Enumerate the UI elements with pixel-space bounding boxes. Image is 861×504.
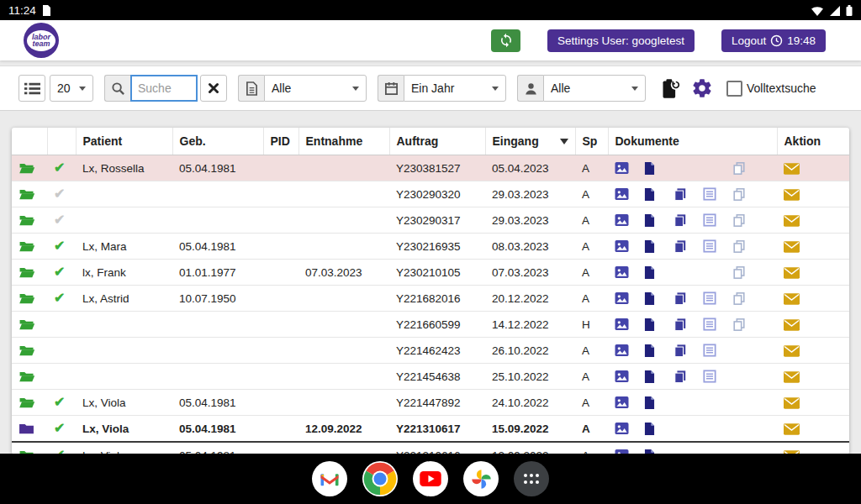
pages-icon[interactable] bbox=[673, 291, 703, 306]
copy-icon[interactable] bbox=[732, 265, 762, 280]
table-row[interactable]: ✔Lx, Mara05.04.1981Y23021693508.03.2023A bbox=[12, 234, 849, 260]
mail-icon[interactable] bbox=[784, 423, 800, 435]
sort-caret-icon[interactable] bbox=[560, 139, 568, 144]
table-row[interactable]: ✔Lx, Viola05.04.198112.09.2022Y221310617… bbox=[12, 416, 849, 443]
column-header-entnahme[interactable]: Entnahme bbox=[298, 128, 389, 155]
pages-icon[interactable] bbox=[673, 370, 703, 384]
youtube-icon[interactable] bbox=[413, 461, 448, 496]
mail-icon[interactable] bbox=[784, 293, 800, 305]
pages-icon[interactable] bbox=[673, 318, 703, 332]
copy-icon[interactable] bbox=[732, 318, 762, 332]
photo-icon[interactable] bbox=[615, 370, 644, 383]
mail-icon[interactable] bbox=[784, 345, 800, 357]
pages-icon[interactable] bbox=[673, 213, 703, 228]
user-select[interactable]: Alle bbox=[543, 75, 646, 102]
document-icon[interactable] bbox=[644, 291, 673, 306]
table-row[interactable]: Y22146242326.10.2022A bbox=[12, 338, 849, 364]
settings-gear-icon[interactable] bbox=[691, 77, 713, 99]
table-row[interactable]: ✔Lx, Viola05.04.1981Y22144789224.10.2022… bbox=[12, 390, 849, 416]
period-select[interactable]: Ein Jahr bbox=[404, 75, 506, 102]
list-view-button[interactable] bbox=[18, 75, 45, 102]
photo-icon[interactable] bbox=[615, 213, 644, 227]
column-header-patient[interactable]: Patient bbox=[76, 128, 172, 155]
fulltext-checkbox[interactable] bbox=[726, 81, 742, 97]
copy-icon[interactable] bbox=[732, 239, 762, 254]
pages-icon[interactable] bbox=[673, 344, 703, 358]
photo-icon[interactable] bbox=[615, 265, 644, 279]
report-icon[interactable] bbox=[703, 187, 732, 201]
folder-open-icon[interactable] bbox=[18, 188, 35, 201]
report-icon[interactable] bbox=[703, 344, 732, 357]
report-icon[interactable] bbox=[703, 239, 732, 253]
mail-icon[interactable] bbox=[784, 215, 800, 227]
column-header-eingang[interactable]: Eingang bbox=[485, 128, 575, 155]
document-icon[interactable] bbox=[644, 213, 673, 228]
photo-icon[interactable] bbox=[615, 344, 644, 357]
mail-icon[interactable] bbox=[784, 163, 800, 175]
document-icon[interactable] bbox=[644, 370, 673, 384]
document-icon[interactable] bbox=[644, 396, 673, 410]
folder-open-icon[interactable] bbox=[18, 396, 35, 409]
document-icon[interactable] bbox=[644, 318, 673, 332]
copy-icon[interactable] bbox=[732, 187, 762, 202]
photo-icon[interactable] bbox=[615, 239, 644, 253]
folder-closed-icon[interactable] bbox=[18, 423, 34, 435]
pages-icon[interactable] bbox=[673, 187, 703, 202]
settings-user-button[interactable]: Settings User: googletest bbox=[547, 29, 695, 52]
folder-open-icon[interactable] bbox=[18, 370, 35, 383]
table-row[interactable]: Y22145463825.10.2022A bbox=[12, 364, 849, 390]
document-icon[interactable] bbox=[644, 187, 673, 202]
column-header-sp[interactable]: Sp bbox=[575, 128, 608, 155]
table-row[interactable]: ✔Lx, Viola05.04.1981Y22131061613.09.2022… bbox=[12, 442, 849, 454]
document-icon[interactable] bbox=[644, 161, 673, 176]
photo-icon[interactable] bbox=[615, 291, 644, 305]
report-icon[interactable] bbox=[703, 291, 732, 305]
folder-open-icon[interactable] bbox=[18, 162, 35, 175]
copy-icon[interactable] bbox=[732, 213, 762, 228]
report-icon[interactable] bbox=[703, 318, 732, 331]
table-row[interactable]: ✔Lx, Astrid10.07.1950Y22168201620.12.202… bbox=[12, 286, 849, 312]
table-row[interactable]: ✔Y23029031729.03.2023A bbox=[12, 207, 849, 234]
folder-open-icon[interactable] bbox=[18, 344, 35, 357]
photo-icon[interactable] bbox=[615, 318, 644, 331]
table-row[interactable]: Y22166059914.12.2022H bbox=[12, 312, 849, 338]
mail-icon[interactable] bbox=[784, 189, 800, 201]
mail-icon[interactable] bbox=[784, 397, 800, 409]
fulltext-search-toggle[interactable]: Volltextsuche bbox=[726, 81, 816, 97]
photo-icon[interactable] bbox=[615, 161, 644, 175]
photo-icon[interactable] bbox=[615, 396, 644, 409]
table-row[interactable]: ✔lx, Frank01.01.197707.03.2023Y230210105… bbox=[12, 260, 849, 286]
clipboard-refresh-icon[interactable] bbox=[659, 77, 682, 100]
document-icon[interactable] bbox=[644, 239, 673, 254]
report-icon[interactable] bbox=[703, 370, 732, 383]
photo-icon[interactable] bbox=[615, 422, 644, 435]
column-header-pid[interactable]: PID bbox=[263, 128, 298, 155]
photo-icon[interactable] bbox=[615, 187, 644, 201]
document-type-select[interactable]: Alle bbox=[264, 75, 367, 102]
report-icon[interactable] bbox=[703, 213, 732, 227]
gmail-icon[interactable] bbox=[312, 461, 347, 496]
mail-icon[interactable] bbox=[784, 319, 800, 331]
pages-icon[interactable] bbox=[673, 239, 703, 254]
copy-icon[interactable] bbox=[732, 291, 762, 306]
search-input[interactable] bbox=[130, 75, 198, 102]
app-drawer-icon[interactable] bbox=[514, 461, 549, 496]
mail-icon[interactable] bbox=[784, 267, 800, 279]
chrome-icon[interactable] bbox=[362, 461, 398, 496]
document-icon[interactable] bbox=[644, 265, 673, 280]
mail-icon[interactable] bbox=[784, 241, 800, 253]
folder-open-icon[interactable] bbox=[18, 240, 35, 253]
folder-open-icon[interactable] bbox=[18, 292, 35, 305]
page-size-select[interactable]: 20 bbox=[50, 75, 93, 102]
mail-icon[interactable] bbox=[784, 371, 800, 383]
table-row[interactable]: ✔Lx, Rossella05.04.1981Y23038152705.04.2… bbox=[12, 155, 849, 181]
logout-button[interactable]: Logout 19:48 bbox=[721, 29, 826, 52]
folder-open-icon[interactable] bbox=[18, 318, 35, 331]
folder-open-icon[interactable] bbox=[18, 266, 35, 279]
table-row[interactable]: ✔Y23029032029.03.2023A bbox=[12, 181, 849, 207]
google-photos-icon[interactable] bbox=[463, 461, 499, 496]
column-header-geb[interactable]: Geb. bbox=[172, 128, 263, 155]
copy-icon[interactable] bbox=[732, 161, 762, 176]
document-icon[interactable] bbox=[644, 344, 673, 358]
column-header-auftrag[interactable]: Auftrag bbox=[389, 128, 485, 155]
